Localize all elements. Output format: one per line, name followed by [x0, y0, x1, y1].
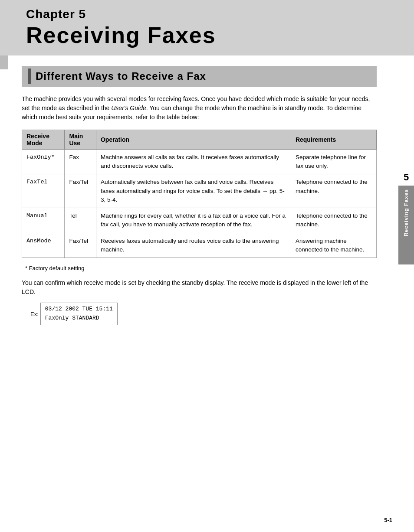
page-number: 5-1 — [384, 517, 392, 523]
chapter-header: Chapter 5 Receiving Faxes — [0, 0, 414, 55]
cell-requirements: Answering machine connected to the machi… — [291, 233, 376, 258]
body-intro: The machine provides you with several mo… — [22, 95, 377, 122]
section-heading-wrap: Different Ways to Receive a Fax — [22, 66, 377, 87]
cell-mode: Manual — [22, 208, 65, 233]
side-tab-text: Receiving Faxes — [403, 189, 409, 236]
table-row: AnsModeFax/TelReceives faxes automatical… — [22, 233, 377, 258]
lcd-display: 03/12 2002 TUE 15:11 FaxOnly STANDARD — [40, 303, 118, 325]
footnote: * Factory default setting — [25, 265, 377, 271]
cell-requirements: Separate telephone line for fax use only… — [291, 149, 376, 174]
cell-mode: AnsMode — [22, 233, 65, 258]
cell-mainuse: Fax/Tel — [65, 174, 96, 208]
lcd-line1: 03/12 2002 TUE 15:11 — [45, 305, 113, 314]
side-tab: 5 Receiving Faxes — [398, 169, 414, 264]
cell-requirements: Telephone connected to the machine. — [291, 174, 376, 208]
section-heading: Different Ways to Receive a Fax — [36, 70, 206, 82]
table-row: FaxTelFax/TelAutomatically switches betw… — [22, 174, 377, 208]
main-content: Different Ways to Receive a Fax The mach… — [0, 55, 398, 338]
cell-operation: Machine rings for every call, whether it… — [96, 208, 291, 233]
cell-mainuse: Tel — [65, 208, 96, 233]
chapter-title: Receiving Faxes — [26, 23, 388, 48]
cell-mainuse: Fax/Tel — [65, 233, 96, 258]
cell-operation: Automatically switches between fax calls… — [96, 174, 291, 208]
col-header-operation: Operation — [96, 130, 291, 149]
table-row: FaxOnly*FaxMachine answers all calls as … — [22, 149, 377, 174]
confirm-text: You can confirm which receive mode is se… — [22, 278, 377, 297]
cell-operation: Receives faxes automatically and routes … — [96, 233, 291, 258]
side-tab-number: 5 — [398, 169, 414, 186]
cell-mode: FaxTel — [22, 174, 65, 208]
receive-table: Receive Mode Main Use Operation Requirem… — [22, 130, 377, 258]
cell-operation: Machine answers all calls as fax calls. … — [96, 149, 291, 174]
ex-label: Ex: — [30, 311, 39, 317]
cell-requirements: Telephone connected to the machine. — [291, 208, 376, 233]
cell-mode: FaxOnly* — [22, 149, 65, 174]
page-container: Chapter 5 Receiving Faxes 5 Receiving Fa… — [0, 0, 414, 532]
table-row: ManualTelMachine rings for every call, w… — [22, 208, 377, 233]
col-header-requirements: Requirements — [291, 130, 376, 149]
cell-mainuse: Fax — [65, 149, 96, 174]
lcd-line2: FaxOnly STANDARD — [45, 314, 113, 323]
chapter-label: Chapter 5 — [26, 8, 388, 21]
lcd-example: Ex: 03/12 2002 TUE 15:11 FaxOnly STANDAR… — [30, 303, 377, 325]
section-heading-bar — [28, 69, 31, 84]
table-header-row: Receive Mode Main Use Operation Requirem… — [22, 130, 377, 149]
col-header-mainuse: Main Use — [65, 130, 96, 149]
col-header-mode: Receive Mode — [22, 130, 65, 149]
